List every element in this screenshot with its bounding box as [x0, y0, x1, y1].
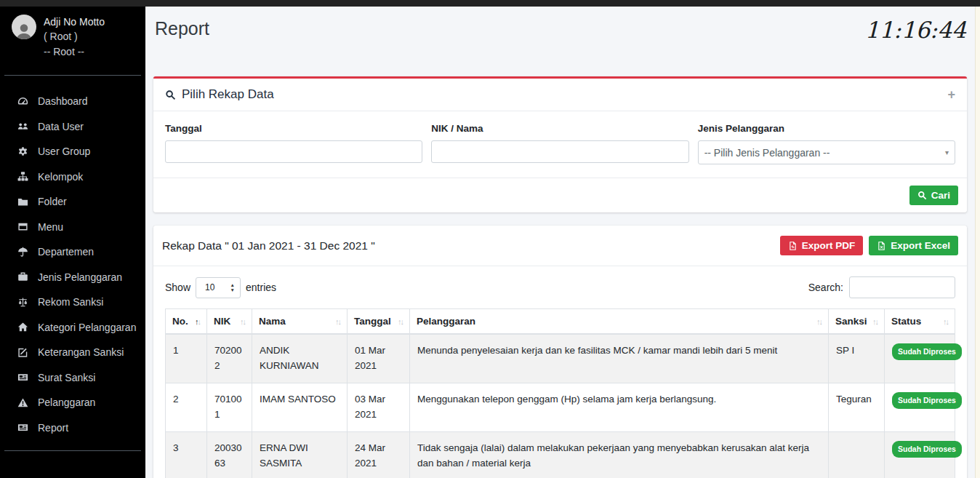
- sidebar-item-label: Departemen: [38, 246, 94, 258]
- table-body: 1702002ANDIK KURNIAWAN01 Mar 2021Menunda…: [166, 334, 955, 478]
- sidebar-item-label: Kelompok: [38, 171, 83, 183]
- cell-status: Sudah Diproses: [885, 334, 955, 383]
- table-head: No.↑↓NIK↑↓Nama↑↓Tanggal↑↓Pelanggaran↑↓Sa…: [166, 309, 955, 335]
- sidebar-item-keterangan-sanksi[interactable]: Keterangan Sanksi: [0, 340, 145, 365]
- export-pdf-button[interactable]: Export PDF: [780, 236, 864, 255]
- column-header-nama[interactable]: Nama↑↓: [252, 309, 348, 335]
- column-header-sanksi[interactable]: Sanksi↑↓: [829, 309, 885, 335]
- cell-tanggal: 24 Mar 2021: [348, 431, 410, 478]
- cell-nik: 2003063: [207, 431, 252, 478]
- newspaper-icon: [16, 372, 29, 383]
- sort-icon: ↑↓: [816, 317, 822, 326]
- table-card: Rekap Data " 01 Jan 2021 - 31 Dec 2021 "…: [153, 226, 967, 478]
- sidebar-item-menu[interactable]: Menu: [0, 214, 145, 239]
- tanggal-input[interactable]: [165, 140, 422, 163]
- search-label: Search:: [808, 282, 843, 293]
- sidebar-item-dashboard[interactable]: Dashboard: [0, 89, 145, 114]
- table-row: 2701001IMAM SANTOSO03 Mar 2021Menggunaka…: [166, 383, 955, 431]
- top-navbar: [0, 0, 980, 7]
- export-excel-button[interactable]: Export Excel: [869, 236, 958, 255]
- scrollbar[interactable]: [975, 7, 980, 478]
- column-header-no[interactable]: No.↑↓: [166, 309, 207, 335]
- nik-nama-input[interactable]: [431, 140, 688, 163]
- sidebar-item-label: Dashboard: [38, 95, 88, 107]
- home-icon: [16, 322, 29, 332]
- balance-scale-icon: [16, 297, 29, 308]
- cari-button[interactable]: Cari: [909, 186, 958, 205]
- sidebar-item-label: Pelanggaran: [38, 397, 95, 408]
- sidebar-item-label: Jenis Pelanggaran: [38, 271, 122, 283]
- filter-card: Pilih Rekap Data + Tanggal NIK / Nama Je…: [153, 76, 967, 212]
- cell-nama: IMAM SANTOSO: [252, 383, 348, 431]
- sidebar-item-departemen[interactable]: Departemen: [0, 239, 145, 265]
- jenis-pelanggaran-label: Jenis Pelanggaran: [698, 123, 955, 134]
- window-icon: [16, 221, 29, 232]
- sort-icon: ↑↓: [195, 317, 200, 326]
- sidebar-item-label: Folder: [38, 196, 67, 207]
- table-row: 32003063ERNA DWI SASMITA24 Mar 2021Tidak…: [166, 431, 955, 478]
- cell-sanksi: Teguran: [829, 383, 885, 431]
- collapse-button[interactable]: +: [947, 88, 955, 101]
- table-controls: Show 10 ▲▼ entries Search:: [153, 266, 967, 307]
- warning-icon: [16, 397, 29, 408]
- rekap-data-title: Rekap Data " 01 Jan 2021 - 31 Dec 2021 ": [162, 239, 375, 252]
- umbrella-icon: [16, 247, 29, 258]
- users-icon: [16, 121, 29, 132]
- cell-tanggal: 01 Mar 2021: [348, 334, 410, 383]
- user-name[interactable]: Adji No Motto: [44, 15, 105, 29]
- file-pdf-icon: [788, 241, 798, 251]
- cell-nama: ANDIK KURNIAWAN: [252, 334, 348, 383]
- entries-label: entries: [246, 282, 276, 293]
- sitemap-icon: [16, 171, 29, 182]
- jenis-pelanggaran-select[interactable]: -- Pilih Jenis Pelanggaran -- ▾: [698, 140, 955, 164]
- cell-status: Sudah Diproses: [885, 431, 955, 478]
- cell-pelanggaran: Menunda penyelesaian kerja dan ke fasili…: [410, 334, 829, 383]
- sidebar-item-data-user[interactable]: Data User: [0, 113, 145, 139]
- sort-icon: ↑↓: [872, 317, 877, 326]
- page-title: Report: [155, 18, 966, 39]
- user-role: -- Root --: [44, 44, 105, 59]
- status-badge: Sudah Diproses: [892, 343, 962, 360]
- page-length-select[interactable]: 10 ▲▼: [196, 277, 241, 298]
- cell-nik: 702002: [207, 334, 252, 383]
- sidebar-item-rekom-sanksi[interactable]: Rekom Sanksi: [0, 290, 145, 315]
- sidebar-nav: DashboardData UserUser GroupKelompokFold…: [0, 83, 145, 440]
- sidebar-item-kategori-pelanggaran[interactable]: Kategori Pelanggaran: [0, 314, 145, 340]
- cell-status: Sudah Diproses: [885, 383, 955, 431]
- sidebar-item-surat-sanksi[interactable]: Surat Sanksi: [0, 365, 145, 390]
- sidebar-item-label: Keterangan Sanksi: [38, 346, 124, 358]
- sidebar-item-kelompok[interactable]: Kelompok: [0, 164, 145, 189]
- sidebar-item-user-group[interactable]: User Group: [0, 139, 145, 164]
- sidebar-divider: [4, 75, 141, 76]
- filter-card-header: Pilih Rekap Data +: [153, 79, 967, 111]
- tanggal-label: Tanggal: [165, 123, 422, 134]
- cell-tanggal: 03 Mar 2021: [348, 383, 410, 431]
- column-header-tanggal[interactable]: Tanggal↑↓: [348, 309, 410, 335]
- sidebar-item-folder[interactable]: Folder: [0, 189, 145, 215]
- status-badge: Sudah Diproses: [892, 392, 962, 409]
- column-header-status[interactable]: Status↑↓: [885, 309, 955, 335]
- cell-no: 2: [166, 383, 207, 431]
- sidebar-item-report[interactable]: Report: [0, 415, 145, 440]
- nik-nama-label: NIK / Nama: [431, 123, 688, 134]
- newspaper-icon: [16, 422, 29, 433]
- table-search-input[interactable]: [849, 276, 955, 298]
- gear-icon: [16, 146, 29, 157]
- sidebar-item-label: User Group: [38, 146, 90, 157]
- avatar: [12, 15, 36, 39]
- column-header-pelanggaran[interactable]: Pelanggaran↑↓: [410, 309, 829, 335]
- tachometer-icon: [16, 96, 29, 107]
- sidebar-item-jenis-pelanggaran[interactable]: Jenis Pelanggaran: [0, 264, 145, 290]
- folder-icon: [16, 196, 29, 207]
- cell-sanksi: SP I: [829, 334, 885, 383]
- user-group: ( Root ): [44, 29, 105, 44]
- content-header: Report 11:16:44: [145, 7, 975, 76]
- user-panel: Adji No Motto ( Root ) -- Root --: [0, 0, 145, 68]
- cell-nik: 701001: [207, 383, 252, 431]
- sidebar-item-pelanggaran[interactable]: Pelanggaran: [0, 390, 145, 415]
- sort-icon: ↑↓: [398, 317, 403, 326]
- filter-body: Tanggal NIK / Nama Jenis Pelanggaran -- …: [153, 111, 967, 178]
- show-label: Show: [165, 282, 190, 293]
- sidebar-item-label: Report: [38, 422, 68, 434]
- column-header-nik[interactable]: NIK↑↓: [207, 309, 252, 335]
